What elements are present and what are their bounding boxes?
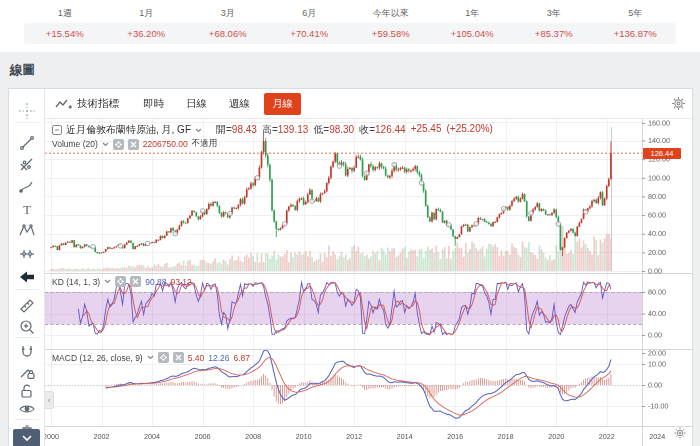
- zoom-in-tool[interactable]: [18, 318, 36, 336]
- kd-k-value: 90.88: [145, 277, 166, 287]
- indicators-button[interactable]: 技術指標: [55, 97, 119, 111]
- kd-d-value: 93.12: [170, 277, 191, 287]
- collapse-toolbar-button[interactable]: [13, 429, 40, 446]
- chevron-down-icon[interactable]: [104, 279, 111, 284]
- period-return-value: +36.20%: [106, 28, 188, 39]
- interval-button-3[interactable]: 週線: [221, 93, 258, 115]
- period-label: 1月: [106, 6, 188, 20]
- macd-hist-value: 5.40: [188, 353, 205, 363]
- period-return-value: +85.37%: [513, 28, 595, 39]
- period-label: 今年以來: [350, 6, 432, 20]
- interval-buttons: 即時日線週線月線: [135, 93, 307, 115]
- text-tool[interactable]: T: [18, 200, 36, 218]
- symbol-legend: 近月倫敦布蘭特原油, 月, GF 開=98.43 高=139.13 低=98.3…: [52, 123, 493, 137]
- chart-toolbar: 技術指標 即時日線週線月線: [45, 89, 692, 119]
- chart-widget: T: [8, 88, 693, 446]
- volume-legend: Volume (20) 2206750.00 不適用: [52, 138, 217, 150]
- period-label: 1年: [432, 6, 514, 20]
- period-label: 3年: [513, 6, 595, 20]
- kd-legend: KD (14, 1, 3) 90.88 93.12: [52, 276, 192, 287]
- chart-settings-gear-icon[interactable]: [671, 96, 686, 115]
- period-return-value: +15.54%: [24, 28, 106, 39]
- kd-settings-gear-icon[interactable]: [115, 276, 126, 287]
- period-return-value: +59.58%: [350, 28, 432, 39]
- page: { "periods": { "items": [ {"label":"1週",…: [0, 0, 700, 446]
- performance-bar: 1週1月3月6月今年以來1年3年5年 +15.54%+36.20%+68.06%…: [0, 0, 700, 52]
- volume-na-note: 不適用: [192, 138, 218, 150]
- drawing-toolbar: T: [9, 89, 45, 446]
- toolbar-separator: [15, 337, 39, 338]
- macd-remove-x-icon[interactable]: [173, 352, 184, 363]
- svg-text:T: T: [23, 202, 31, 217]
- macd-line-value: 12.26: [208, 353, 229, 363]
- current-price-axis-tag: 126.44: [643, 148, 681, 159]
- hide-drawings-eye-icon[interactable]: [18, 400, 36, 418]
- timescale-settings-gear-icon[interactable]: [674, 425, 686, 443]
- volume-settings-gear-icon[interactable]: [113, 139, 124, 150]
- indicator-wave-icon: [55, 97, 73, 111]
- collapse-legend-icon[interactable]: [52, 125, 62, 135]
- toolbar-separator: [15, 289, 39, 290]
- xabcd-pattern-tool[interactable]: [18, 222, 36, 240]
- interval-button-4[interactable]: 月線: [264, 93, 301, 115]
- chart-area: 近月倫敦布蘭特原油, 月, GF 開=98.43 高=139.13 低=98.3…: [45, 119, 693, 446]
- gann-fibonacci-tool[interactable]: [18, 156, 36, 174]
- lock-drawings-icon[interactable]: [18, 382, 36, 400]
- period-label: 6月: [269, 6, 351, 20]
- toolbar-separator: [15, 419, 39, 420]
- period-return-value: +136.87%: [595, 28, 677, 39]
- period-label: 1週: [24, 6, 106, 20]
- period-labels-row: 1週1月3月6月今年以來1年3年5年: [24, 6, 676, 20]
- period-return-value: +68.06%: [187, 28, 269, 39]
- macd-title[interactable]: MACD (12, 26, close, 9): [52, 353, 143, 363]
- macd-settings-gear-icon[interactable]: [158, 352, 169, 363]
- symbol-name[interactable]: 近月倫敦布蘭特原油, 月, GF: [66, 123, 191, 137]
- ohlc-values: 開=98.43 高=139.13 低=98.30 收=126.44 +25.45…: [216, 123, 493, 137]
- change-value: +25.45: [411, 123, 442, 137]
- prediction-tool[interactable]: [18, 245, 36, 263]
- section-title: 線圖: [10, 62, 35, 79]
- high-value: 139.13: [278, 124, 309, 135]
- change-percent: (+25.20%): [447, 123, 493, 137]
- low-value: 98.30: [329, 124, 354, 135]
- period-return-value: +70.41%: [269, 28, 351, 39]
- period-return-value: +105.04%: [432, 28, 514, 39]
- period-label: 3月: [187, 6, 269, 20]
- macd-legend: MACD (12, 26, close, 9) 5.40 12.26 6.87: [52, 352, 250, 363]
- crosshair-tool[interactable]: [18, 102, 36, 120]
- open-value: 98.43: [232, 124, 257, 135]
- kd-remove-x-icon[interactable]: [130, 276, 141, 287]
- brush-tool[interactable]: [18, 178, 36, 196]
- arrow-marker-tool[interactable]: [18, 268, 36, 286]
- volume-value: 2206750.00: [143, 139, 188, 149]
- close-value: 126.44: [375, 124, 406, 135]
- interval-button-1[interactable]: 即時: [135, 93, 172, 115]
- chevron-down-icon[interactable]: [195, 128, 202, 133]
- interval-button-2[interactable]: 日線: [178, 93, 215, 115]
- kd-title[interactable]: KD (14, 1, 3): [52, 277, 100, 287]
- sidebar-collapse-handle[interactable]: ‹: [45, 391, 54, 409]
- chevron-down-icon[interactable]: [102, 142, 109, 147]
- magnet-tool[interactable]: [18, 343, 36, 361]
- macd-signal-value: 6.87: [234, 353, 251, 363]
- period-values-row: +15.54%+36.20%+68.06%+70.41%+59.58%+105.…: [24, 23, 676, 44]
- indicators-label: 技術指標: [77, 97, 119, 111]
- drawing-mode-lock-icon[interactable]: [18, 363, 36, 381]
- chevron-down-icon[interactable]: [147, 355, 154, 360]
- measure-ruler-tool[interactable]: [18, 297, 36, 315]
- trend-line-tool[interactable]: [18, 134, 36, 152]
- volume-remove-x-icon[interactable]: [128, 139, 139, 150]
- toolbar-separator: [15, 122, 39, 123]
- period-label: 5年: [595, 6, 677, 20]
- volume-title[interactable]: Volume (20): [52, 139, 98, 149]
